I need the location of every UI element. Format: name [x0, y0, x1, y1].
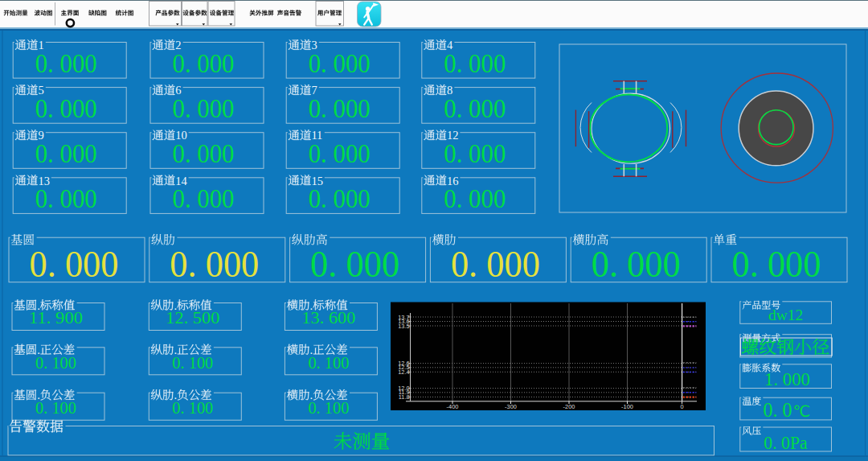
svg-text:0. 000: 0. 000 — [173, 93, 235, 123]
svg-text:0. 100: 0. 100 — [308, 398, 349, 418]
svg-text:0. 000: 0. 000 — [35, 183, 97, 213]
svg-text:0. 000: 0. 000 — [444, 138, 506, 168]
svg-text:0. 000: 0. 000 — [592, 244, 681, 285]
svg-text:0. 000: 0. 000 — [444, 48, 506, 78]
svg-text:℃: ℃ — [793, 403, 811, 420]
svg-text:0. 100: 0. 100 — [35, 353, 76, 373]
svg-text:0. 000: 0. 000 — [309, 138, 371, 168]
svg-text:0. 000: 0. 000 — [451, 244, 540, 285]
svg-text:0: 0 — [681, 403, 684, 410]
svg-text:0. 000: 0. 000 — [35, 48, 97, 78]
svg-text:0. 000: 0. 000 — [35, 138, 97, 168]
svg-text:dw12: dw12 — [768, 307, 803, 323]
svg-text:0. 000: 0. 000 — [310, 244, 399, 285]
svg-text:-200: -200 — [563, 403, 575, 410]
svg-text:0. 000: 0. 000 — [309, 183, 371, 213]
svg-text:-400: -400 — [447, 403, 459, 410]
svg-text:0. 000: 0. 000 — [309, 48, 371, 78]
svg-text:0. 000: 0. 000 — [170, 244, 259, 285]
svg-text:0. 000: 0. 000 — [309, 93, 371, 123]
svg-text:0. 100: 0. 100 — [35, 398, 76, 418]
svg-text:0. 000: 0. 000 — [35, 93, 97, 123]
svg-text:0. 100: 0. 100 — [308, 353, 349, 373]
svg-text:0. 000: 0. 000 — [444, 93, 506, 123]
svg-text:0. 000: 0. 000 — [444, 183, 506, 213]
svg-text:0. 000: 0. 000 — [30, 244, 119, 285]
svg-text:-100: -100 — [621, 403, 633, 410]
svg-text:0. 0: 0. 0 — [764, 399, 792, 421]
svg-text:12. 500: 12. 500 — [166, 308, 219, 327]
svg-text:0. 000: 0. 000 — [732, 244, 821, 285]
svg-text:0. 000: 0. 000 — [173, 183, 235, 213]
svg-text:13. 600: 13. 600 — [301, 308, 355, 327]
svg-text:0. 100: 0. 100 — [172, 398, 213, 418]
svg-text:0. 000: 0. 000 — [173, 48, 235, 78]
svg-text:-300: -300 — [505, 403, 517, 410]
svg-text:13.5: 13.5 — [398, 323, 409, 330]
svg-text:1. 000: 1. 000 — [764, 369, 810, 389]
svg-text:12.4: 12.4 — [398, 368, 409, 376]
svg-text:11.8: 11.8 — [399, 393, 410, 401]
svg-text:11. 900: 11. 900 — [29, 308, 83, 327]
svg-text:0. 100: 0. 100 — [172, 353, 213, 373]
svg-text:0. 0Pa: 0. 0Pa — [764, 432, 808, 453]
svg-text:0. 000: 0. 000 — [173, 138, 235, 168]
